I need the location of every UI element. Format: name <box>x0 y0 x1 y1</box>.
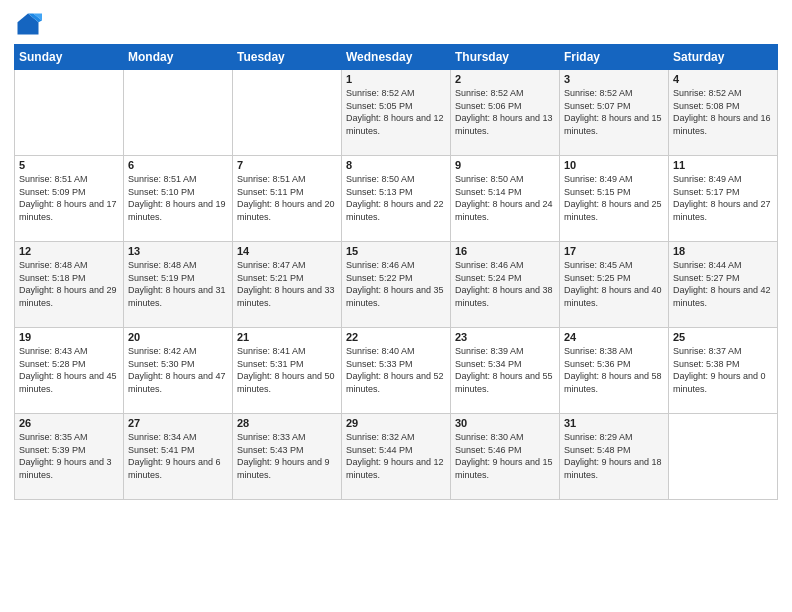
weekday-header-saturday: Saturday <box>669 45 778 70</box>
day-number: 3 <box>564 73 664 85</box>
day-cell: 23Sunrise: 8:39 AM Sunset: 5:34 PM Dayli… <box>451 328 560 414</box>
day-cell: 19Sunrise: 8:43 AM Sunset: 5:28 PM Dayli… <box>15 328 124 414</box>
day-info: Sunrise: 8:52 AM Sunset: 5:07 PM Dayligh… <box>564 87 664 137</box>
day-info: Sunrise: 8:49 AM Sunset: 5:17 PM Dayligh… <box>673 173 773 223</box>
day-cell: 6Sunrise: 8:51 AM Sunset: 5:10 PM Daylig… <box>124 156 233 242</box>
day-cell: 17Sunrise: 8:45 AM Sunset: 5:25 PM Dayli… <box>560 242 669 328</box>
day-number: 26 <box>19 417 119 429</box>
header-row <box>14 10 778 38</box>
day-number: 11 <box>673 159 773 171</box>
day-number: 27 <box>128 417 228 429</box>
day-info: Sunrise: 8:51 AM Sunset: 5:09 PM Dayligh… <box>19 173 119 223</box>
day-info: Sunrise: 8:50 AM Sunset: 5:13 PM Dayligh… <box>346 173 446 223</box>
day-cell <box>233 70 342 156</box>
day-info: Sunrise: 8:37 AM Sunset: 5:38 PM Dayligh… <box>673 345 773 395</box>
logo-icon <box>14 10 42 38</box>
calendar: SundayMondayTuesdayWednesdayThursdayFrid… <box>14 44 778 500</box>
day-info: Sunrise: 8:32 AM Sunset: 5:44 PM Dayligh… <box>346 431 446 481</box>
day-info: Sunrise: 8:42 AM Sunset: 5:30 PM Dayligh… <box>128 345 228 395</box>
day-info: Sunrise: 8:33 AM Sunset: 5:43 PM Dayligh… <box>237 431 337 481</box>
day-info: Sunrise: 8:52 AM Sunset: 5:05 PM Dayligh… <box>346 87 446 137</box>
weekday-header-row: SundayMondayTuesdayWednesdayThursdayFrid… <box>15 45 778 70</box>
day-number: 10 <box>564 159 664 171</box>
day-info: Sunrise: 8:35 AM Sunset: 5:39 PM Dayligh… <box>19 431 119 481</box>
day-cell: 4Sunrise: 8:52 AM Sunset: 5:08 PM Daylig… <box>669 70 778 156</box>
day-info: Sunrise: 8:46 AM Sunset: 5:22 PM Dayligh… <box>346 259 446 309</box>
day-cell: 18Sunrise: 8:44 AM Sunset: 5:27 PM Dayli… <box>669 242 778 328</box>
day-number: 19 <box>19 331 119 343</box>
day-cell: 14Sunrise: 8:47 AM Sunset: 5:21 PM Dayli… <box>233 242 342 328</box>
day-number: 6 <box>128 159 228 171</box>
day-cell <box>669 414 778 500</box>
weekday-header-thursday: Thursday <box>451 45 560 70</box>
day-number: 18 <box>673 245 773 257</box>
day-number: 20 <box>128 331 228 343</box>
day-cell: 2Sunrise: 8:52 AM Sunset: 5:06 PM Daylig… <box>451 70 560 156</box>
calendar-body: 1Sunrise: 8:52 AM Sunset: 5:05 PM Daylig… <box>15 70 778 500</box>
day-info: Sunrise: 8:44 AM Sunset: 5:27 PM Dayligh… <box>673 259 773 309</box>
day-info: Sunrise: 8:30 AM Sunset: 5:46 PM Dayligh… <box>455 431 555 481</box>
day-cell: 7Sunrise: 8:51 AM Sunset: 5:11 PM Daylig… <box>233 156 342 242</box>
day-info: Sunrise: 8:38 AM Sunset: 5:36 PM Dayligh… <box>564 345 664 395</box>
day-info: Sunrise: 8:39 AM Sunset: 5:34 PM Dayligh… <box>455 345 555 395</box>
day-cell: 31Sunrise: 8:29 AM Sunset: 5:48 PM Dayli… <box>560 414 669 500</box>
day-cell: 5Sunrise: 8:51 AM Sunset: 5:09 PM Daylig… <box>15 156 124 242</box>
page-container: SundayMondayTuesdayWednesdayThursdayFrid… <box>0 0 792 506</box>
weekday-header-monday: Monday <box>124 45 233 70</box>
day-number: 15 <box>346 245 446 257</box>
day-cell: 8Sunrise: 8:50 AM Sunset: 5:13 PM Daylig… <box>342 156 451 242</box>
weekday-header-friday: Friday <box>560 45 669 70</box>
day-cell: 3Sunrise: 8:52 AM Sunset: 5:07 PM Daylig… <box>560 70 669 156</box>
day-number: 29 <box>346 417 446 429</box>
day-info: Sunrise: 8:45 AM Sunset: 5:25 PM Dayligh… <box>564 259 664 309</box>
day-number: 7 <box>237 159 337 171</box>
week-row-3: 12Sunrise: 8:48 AM Sunset: 5:18 PM Dayli… <box>15 242 778 328</box>
week-row-2: 5Sunrise: 8:51 AM Sunset: 5:09 PM Daylig… <box>15 156 778 242</box>
day-number: 28 <box>237 417 337 429</box>
day-info: Sunrise: 8:40 AM Sunset: 5:33 PM Dayligh… <box>346 345 446 395</box>
day-info: Sunrise: 8:51 AM Sunset: 5:11 PM Dayligh… <box>237 173 337 223</box>
day-number: 21 <box>237 331 337 343</box>
day-info: Sunrise: 8:47 AM Sunset: 5:21 PM Dayligh… <box>237 259 337 309</box>
day-number: 12 <box>19 245 119 257</box>
day-cell: 21Sunrise: 8:41 AM Sunset: 5:31 PM Dayli… <box>233 328 342 414</box>
day-number: 17 <box>564 245 664 257</box>
day-number: 2 <box>455 73 555 85</box>
day-cell <box>124 70 233 156</box>
day-cell: 13Sunrise: 8:48 AM Sunset: 5:19 PM Dayli… <box>124 242 233 328</box>
day-cell: 16Sunrise: 8:46 AM Sunset: 5:24 PM Dayli… <box>451 242 560 328</box>
calendar-header: SundayMondayTuesdayWednesdayThursdayFrid… <box>15 45 778 70</box>
day-number: 5 <box>19 159 119 171</box>
day-cell: 22Sunrise: 8:40 AM Sunset: 5:33 PM Dayli… <box>342 328 451 414</box>
day-info: Sunrise: 8:34 AM Sunset: 5:41 PM Dayligh… <box>128 431 228 481</box>
day-cell: 10Sunrise: 8:49 AM Sunset: 5:15 PM Dayli… <box>560 156 669 242</box>
day-number: 1 <box>346 73 446 85</box>
day-info: Sunrise: 8:52 AM Sunset: 5:06 PM Dayligh… <box>455 87 555 137</box>
day-cell: 20Sunrise: 8:42 AM Sunset: 5:30 PM Dayli… <box>124 328 233 414</box>
day-cell: 25Sunrise: 8:37 AM Sunset: 5:38 PM Dayli… <box>669 328 778 414</box>
day-number: 25 <box>673 331 773 343</box>
day-info: Sunrise: 8:52 AM Sunset: 5:08 PM Dayligh… <box>673 87 773 137</box>
day-cell: 15Sunrise: 8:46 AM Sunset: 5:22 PM Dayli… <box>342 242 451 328</box>
week-row-5: 26Sunrise: 8:35 AM Sunset: 5:39 PM Dayli… <box>15 414 778 500</box>
day-cell: 1Sunrise: 8:52 AM Sunset: 5:05 PM Daylig… <box>342 70 451 156</box>
day-info: Sunrise: 8:41 AM Sunset: 5:31 PM Dayligh… <box>237 345 337 395</box>
day-info: Sunrise: 8:29 AM Sunset: 5:48 PM Dayligh… <box>564 431 664 481</box>
day-number: 31 <box>564 417 664 429</box>
day-cell: 28Sunrise: 8:33 AM Sunset: 5:43 PM Dayli… <box>233 414 342 500</box>
day-number: 13 <box>128 245 228 257</box>
day-cell: 24Sunrise: 8:38 AM Sunset: 5:36 PM Dayli… <box>560 328 669 414</box>
day-cell <box>15 70 124 156</box>
day-number: 24 <box>564 331 664 343</box>
logo <box>14 10 46 38</box>
weekday-header-sunday: Sunday <box>15 45 124 70</box>
day-number: 14 <box>237 245 337 257</box>
day-cell: 12Sunrise: 8:48 AM Sunset: 5:18 PM Dayli… <box>15 242 124 328</box>
day-cell: 29Sunrise: 8:32 AM Sunset: 5:44 PM Dayli… <box>342 414 451 500</box>
day-cell: 27Sunrise: 8:34 AM Sunset: 5:41 PM Dayli… <box>124 414 233 500</box>
day-number: 23 <box>455 331 555 343</box>
day-info: Sunrise: 8:48 AM Sunset: 5:18 PM Dayligh… <box>19 259 119 309</box>
day-cell: 9Sunrise: 8:50 AM Sunset: 5:14 PM Daylig… <box>451 156 560 242</box>
weekday-header-wednesday: Wednesday <box>342 45 451 70</box>
day-info: Sunrise: 8:46 AM Sunset: 5:24 PM Dayligh… <box>455 259 555 309</box>
